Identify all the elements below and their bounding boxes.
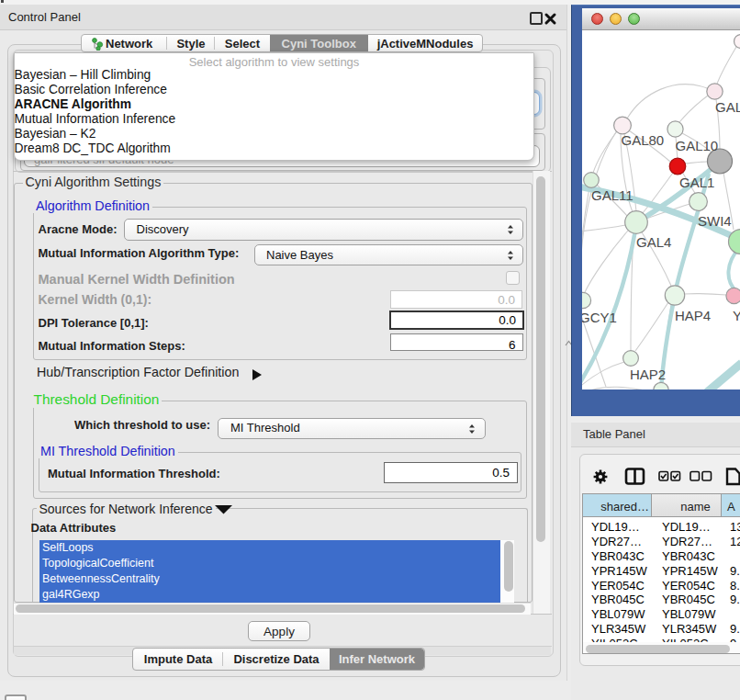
svg-text:GAL10: GAL10 <box>676 138 719 153</box>
svg-text:GAL80: GAL80 <box>622 132 665 148</box>
svg-text:SWI4: SWI4 <box>698 213 732 229</box>
svg-text:GAL4: GAL4 <box>636 234 671 250</box>
svg-text:GAL11: GAL11 <box>591 187 633 203</box>
svg-text:HAP2: HAP2 <box>630 367 666 382</box>
svg-text:HAP4: HAP4 <box>675 308 711 323</box>
svg-text:Y: Y <box>733 308 740 323</box>
svg-text:GCY1: GCY1 <box>582 310 617 325</box>
svg-text:GAL: GAL <box>715 99 740 115</box>
svg-text:GAL1: GAL1 <box>679 175 714 190</box>
